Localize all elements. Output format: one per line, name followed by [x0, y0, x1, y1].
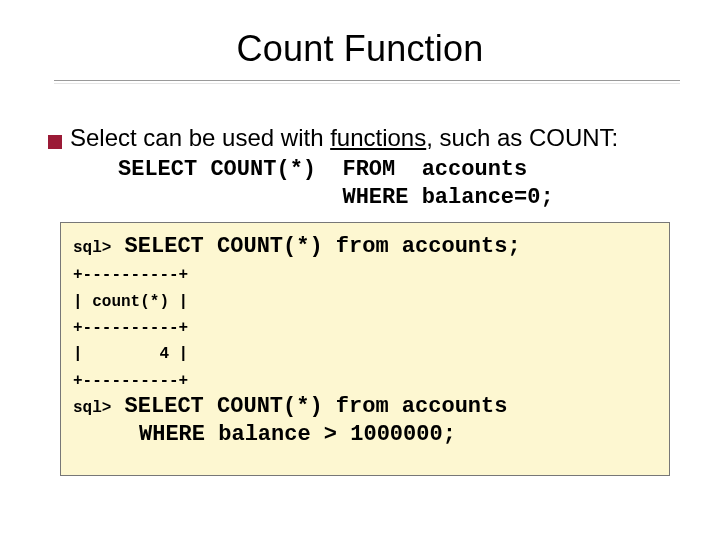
slide: Count Function Select can be used with f…	[0, 0, 720, 540]
title-area: Count Function	[0, 28, 720, 70]
sql-query-2b: WHERE balance > 1000000;	[73, 422, 456, 447]
bullet-pre: Select can be used with	[70, 124, 330, 151]
example-code: SELECT COUNT(*) FROM accounts WHERE bala…	[118, 156, 554, 212]
bullet-post: , such as COUNT:	[426, 124, 618, 151]
sql-query-1: SELECT COUNT(*) from accounts;	[111, 234, 520, 259]
sql-output-box: sql> SELECT COUNT(*) from accounts; +---…	[60, 222, 670, 476]
bullet-underlined: functions	[330, 124, 426, 151]
bullet-text: Select can be used with functions, such …	[70, 124, 618, 152]
sql-query-2a: SELECT COUNT(*) from accounts	[111, 394, 507, 419]
bullet-row: Select can be used with functions, such …	[48, 124, 618, 152]
sql-prompt-2-prefix: sql>	[73, 399, 111, 417]
sql-result-table: +----------+ | count(*) | +----------+ |…	[73, 266, 188, 390]
square-bullet-icon	[48, 135, 62, 149]
slide-title: Count Function	[237, 28, 484, 69]
sql-prompt-1-prefix: sql>	[73, 239, 111, 257]
title-underline	[54, 80, 680, 81]
